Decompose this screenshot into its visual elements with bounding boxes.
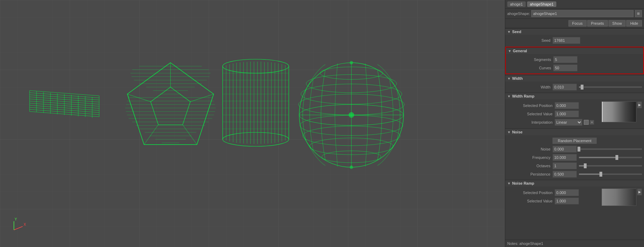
octaves-input[interactable]	[552, 162, 577, 169]
noise-ramp-arrow: ▼	[507, 182, 511, 185]
octaves-field-row: Octaves	[505, 162, 644, 170]
width-slider[interactable]	[579, 86, 642, 88]
expand-icon[interactable]: ⊞	[635, 10, 642, 17]
general-section: ▼ General Segments Curves	[505, 47, 644, 74]
random-placement-row: Random Placement	[505, 137, 644, 145]
header-row: ahogeShape: ⊞	[505, 9, 644, 19]
general-section-header[interactable]: ▼ General	[506, 47, 643, 54]
hide-button[interactable]: Hide	[626, 20, 642, 26]
node-tabs: ahoge1 ahogeShape1	[505, 0, 644, 9]
curves-input[interactable]	[553, 64, 578, 71]
noise-section-content: Random Placement Noise Frequency Octaves	[505, 135, 644, 180]
svg-point-100	[350, 61, 353, 64]
seed-input[interactable]	[552, 37, 580, 44]
width-ramp-sel-pos-label: Selected Position	[509, 103, 555, 108]
width-ramp-section-header[interactable]: ▼ Width Ramp	[505, 93, 644, 99]
curves-field-row: Curves	[506, 64, 643, 72]
svg-point-101	[350, 165, 353, 169]
width-ramp-nav: ▶	[637, 101, 642, 108]
width-ramp-arrow: ▼	[507, 94, 511, 98]
width-ramp-preview[interactable]	[602, 101, 636, 122]
frequency-slider[interactable]	[579, 157, 642, 158]
viewport-svg: X Y	[0, 0, 505, 247]
width-section-content: Width	[505, 82, 644, 93]
focus-button[interactable]: Focus	[569, 20, 587, 26]
viewport[interactable]: X Y	[0, 0, 505, 247]
noise-arrow: ▼	[507, 130, 511, 134]
seed-section-content: Seed	[505, 35, 644, 46]
frequency-input[interactable]	[552, 154, 577, 161]
width-ramp-sel-val-row: Selected Value	[507, 110, 598, 118]
octaves-label: Octaves	[507, 164, 552, 168]
frequency-label: Frequency	[507, 155, 552, 160]
noise-ramp-nav: ▶	[637, 188, 642, 195]
width-label: Width	[507, 85, 552, 89]
curves-label: Curves	[508, 66, 553, 70]
notes-area: Notes: ahogeShape1	[505, 240, 644, 247]
noise-ramp-sel-val-row: Selected Value	[507, 197, 598, 205]
svg-text:Y: Y	[15, 217, 17, 221]
segments-field-row: Segments	[506, 55, 643, 64]
noise-ramp-section-header[interactable]: ▼ Noise Ramp	[505, 180, 644, 186]
general-arrow: ▼	[508, 49, 511, 53]
width-ramp-section-content: Selected Position Selected Value Interpo…	[505, 99, 644, 129]
noise-section-header[interactable]: ▼ Noise	[505, 129, 644, 135]
tab-ahogeshape1[interactable]: ahogeShape1	[527, 1, 557, 7]
octaves-slider[interactable]	[579, 165, 642, 167]
svg-text:X: X	[24, 223, 26, 226]
persistence-label: Persistence	[507, 172, 552, 176]
width-section-title: Width	[512, 76, 523, 80]
svg-rect-2	[0, 0, 505, 247]
persistence-input[interactable]	[552, 171, 577, 178]
noise-input[interactable]	[552, 146, 577, 153]
notes-label: Notes:	[507, 241, 518, 246]
interp-select[interactable]: Linear None Smooth Spline Step	[555, 119, 582, 126]
general-section-title: General	[513, 49, 527, 53]
interp-label: Interpolation	[509, 120, 555, 124]
noise-ramp-sel-pos-input[interactable]	[555, 189, 579, 196]
noise-ramp-sel-val-label: Selected Value	[509, 199, 555, 203]
noise-field-row: Noise	[505, 145, 644, 153]
tab-ahoge1[interactable]: ahoge1	[507, 1, 526, 7]
notes-value: ahogeShape1	[519, 241, 543, 246]
random-placement-button[interactable]: Random Placement	[552, 138, 597, 144]
noise-ramp-sel-pos-label: Selected Position	[509, 191, 555, 195]
segments-input[interactable]	[553, 56, 578, 63]
general-section-content: Segments Curves	[506, 54, 643, 74]
noise-label: Noise	[507, 147, 552, 151]
noise-ramp-next-btn[interactable]: ▶	[637, 188, 642, 195]
noise-ramp-section-title: Noise Ramp	[512, 181, 534, 185]
width-field-row: Width	[505, 83, 644, 91]
presets-button[interactable]: Presets	[587, 20, 608, 26]
shape-label: ahogeShape:	[507, 11, 530, 16]
action-buttons: Focus Presets Show Hide	[505, 19, 644, 28]
interp-marker	[584, 120, 589, 125]
frequency-field-row: Frequency	[505, 153, 644, 162]
seed-section-title: Seed	[512, 30, 521, 34]
width-ramp-sel-pos-input[interactable]	[555, 102, 579, 109]
width-ramp-sel-val-label: Selected Value	[509, 112, 555, 116]
width-section-header[interactable]: ▼ Width	[505, 75, 644, 82]
width-arrow: ▼	[507, 77, 511, 80]
show-button[interactable]: Show	[609, 20, 626, 26]
persistence-field-row: Persistence	[505, 170, 644, 178]
noise-section-title: Noise	[512, 130, 523, 134]
noise-ramp-section-content: Selected Position Selected Value ▶	[505, 186, 644, 208]
width-ramp-sel-pos-row: Selected Position	[507, 101, 598, 110]
width-ramp-sel-val-input[interactable]	[555, 110, 579, 117]
noise-ramp-sel-val-input[interactable]	[555, 198, 579, 204]
width-input[interactable]	[552, 84, 577, 91]
noise-ramp-fields: Selected Position Selected Value	[507, 188, 598, 205]
width-ramp-section-title: Width Ramp	[512, 94, 534, 98]
persistence-slider[interactable]	[579, 173, 642, 175]
seed-arrow: ▼	[507, 30, 511, 34]
segments-label: Segments	[508, 57, 553, 62]
shape-input[interactable]	[531, 10, 634, 17]
width-ramp-fields: Selected Position Selected Value Interpo…	[507, 101, 598, 126]
interp-x-button[interactable]: ✕	[589, 120, 594, 125]
seed-section-header[interactable]: ▼ Seed	[505, 28, 644, 35]
width-ramp-next-btn[interactable]: ▶	[637, 101, 642, 108]
noise-slider[interactable]	[579, 148, 642, 150]
right-panel: ahoge1 ahogeShape1 ahogeShape: ⊞ Focus P…	[505, 0, 644, 247]
noise-ramp-preview[interactable]	[602, 188, 636, 206]
